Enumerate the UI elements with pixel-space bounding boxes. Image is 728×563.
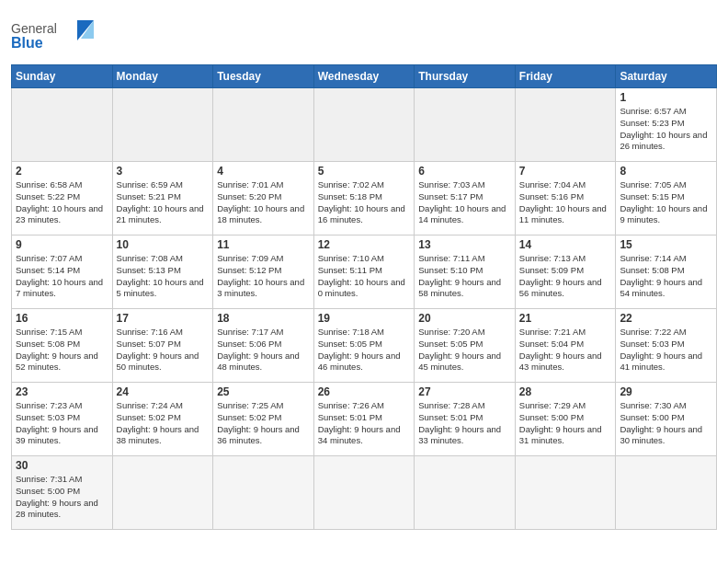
day-info: Sunrise: 7:02 AM Sunset: 5:18 PM Dayligh… — [318, 179, 411, 226]
calendar-day: 5Sunrise: 7:02 AM Sunset: 5:18 PM Daylig… — [313, 162, 415, 236]
calendar-week-2: 2Sunrise: 6:58 AM Sunset: 5:22 PM Daylig… — [12, 162, 717, 236]
day-info: Sunrise: 7:31 AM Sunset: 5:00 PM Dayligh… — [16, 474, 108, 521]
calendar-day — [112, 456, 213, 530]
weekday-header-sunday: Sunday — [12, 65, 113, 88]
calendar-day — [313, 456, 415, 530]
day-number: 23 — [16, 385, 108, 398]
weekday-header-friday: Friday — [515, 65, 616, 88]
calendar-day — [112, 88, 213, 162]
calendar-day: 12Sunrise: 7:10 AM Sunset: 5:11 PM Dayli… — [313, 236, 415, 309]
day-info: Sunrise: 7:09 AM Sunset: 5:12 PM Dayligh… — [217, 253, 310, 300]
day-info: Sunrise: 7:08 AM Sunset: 5:13 PM Dayligh… — [117, 253, 210, 300]
calendar-week-6: 30Sunrise: 7:31 AM Sunset: 5:00 PM Dayli… — [12, 456, 717, 530]
calendar-header: SundayMondayTuesdayWednesdayThursdayFrid… — [12, 65, 717, 88]
day-number: 3 — [117, 165, 210, 178]
day-info: Sunrise: 7:24 AM Sunset: 5:02 PM Dayligh… — [117, 400, 210, 447]
day-number: 16 — [16, 312, 108, 325]
day-number: 22 — [620, 312, 712, 325]
day-number: 5 — [318, 165, 411, 178]
calendar-day: 24Sunrise: 7:24 AM Sunset: 5:02 PM Dayli… — [112, 383, 213, 456]
calendar-day: 22Sunrise: 7:22 AM Sunset: 5:03 PM Dayli… — [616, 309, 717, 383]
calendar-day: 6Sunrise: 7:03 AM Sunset: 5:17 PM Daylig… — [415, 162, 516, 236]
day-number: 7 — [519, 165, 612, 178]
svg-text:General: General — [11, 21, 57, 36]
day-number: 20 — [418, 312, 511, 325]
day-number: 19 — [318, 312, 411, 325]
day-info: Sunrise: 7:21 AM Sunset: 5:04 PM Dayligh… — [519, 327, 612, 373]
day-info: Sunrise: 7:18 AM Sunset: 5:05 PM Dayligh… — [318, 327, 411, 373]
day-info: Sunrise: 7:13 AM Sunset: 5:09 PM Dayligh… — [519, 253, 612, 300]
day-info: Sunrise: 7:28 AM Sunset: 5:01 PM Dayligh… — [418, 400, 511, 447]
day-number: 18 — [217, 312, 310, 325]
day-info: Sunrise: 6:57 AM Sunset: 5:23 PM Dayligh… — [620, 106, 712, 153]
page-container: General Blue SundayMondayTuesdayWednesda… — [0, 0, 728, 537]
day-number: 12 — [318, 238, 411, 251]
calendar-body: 1Sunrise: 6:57 AM Sunset: 5:23 PM Daylig… — [12, 88, 717, 530]
calendar-week-5: 23Sunrise: 7:23 AM Sunset: 5:03 PM Dayli… — [12, 383, 717, 456]
calendar-day — [515, 88, 616, 162]
calendar-day: 21Sunrise: 7:21 AM Sunset: 5:04 PM Dayli… — [515, 309, 616, 383]
weekday-header-saturday: Saturday — [616, 65, 717, 88]
calendar-day — [415, 456, 516, 530]
calendar-day: 15Sunrise: 7:14 AM Sunset: 5:08 PM Dayli… — [616, 236, 717, 309]
day-number: 9 — [16, 238, 108, 251]
calendar-day: 29Sunrise: 7:30 AM Sunset: 5:00 PM Dayli… — [616, 383, 717, 456]
logo: General Blue — [11, 13, 103, 57]
day-number: 2 — [16, 165, 108, 178]
day-info: Sunrise: 7:30 AM Sunset: 5:00 PM Dayligh… — [620, 400, 712, 447]
day-number: 21 — [519, 312, 612, 325]
calendar-day: 19Sunrise: 7:18 AM Sunset: 5:05 PM Dayli… — [313, 309, 415, 383]
day-number: 27 — [418, 385, 511, 398]
day-info: Sunrise: 7:16 AM Sunset: 5:07 PM Dayligh… — [117, 327, 210, 373]
day-number: 14 — [519, 238, 612, 251]
day-number: 25 — [217, 385, 310, 398]
day-info: Sunrise: 7:10 AM Sunset: 5:11 PM Dayligh… — [318, 253, 411, 300]
day-number: 10 — [117, 238, 210, 251]
day-info: Sunrise: 7:03 AM Sunset: 5:17 PM Dayligh… — [418, 179, 511, 226]
day-info: Sunrise: 7:17 AM Sunset: 5:06 PM Dayligh… — [217, 327, 310, 373]
day-info: Sunrise: 7:04 AM Sunset: 5:16 PM Dayligh… — [519, 179, 612, 226]
calendar-day: 14Sunrise: 7:13 AM Sunset: 5:09 PM Dayli… — [515, 236, 616, 309]
calendar-day — [213, 456, 314, 530]
day-info: Sunrise: 7:25 AM Sunset: 5:02 PM Dayligh… — [217, 400, 310, 447]
calendar-day: 7Sunrise: 7:04 AM Sunset: 5:16 PM Daylig… — [515, 162, 616, 236]
header: General Blue — [11, 9, 717, 57]
day-info: Sunrise: 7:22 AM Sunset: 5:03 PM Dayligh… — [620, 327, 712, 373]
calendar-day — [515, 456, 616, 530]
day-number: 29 — [620, 385, 712, 398]
calendar-day: 16Sunrise: 7:15 AM Sunset: 5:08 PM Dayli… — [12, 309, 113, 383]
day-info: Sunrise: 7:07 AM Sunset: 5:14 PM Dayligh… — [16, 253, 108, 300]
day-info: Sunrise: 7:29 AM Sunset: 5:00 PM Dayligh… — [519, 400, 612, 447]
day-number: 24 — [117, 385, 210, 398]
day-info: Sunrise: 7:05 AM Sunset: 5:15 PM Dayligh… — [620, 179, 712, 226]
day-number: 4 — [217, 165, 310, 178]
day-number: 17 — [117, 312, 210, 325]
calendar-day: 17Sunrise: 7:16 AM Sunset: 5:07 PM Dayli… — [112, 309, 213, 383]
calendar-day — [415, 88, 516, 162]
calendar-day: 23Sunrise: 7:23 AM Sunset: 5:03 PM Dayli… — [12, 383, 113, 456]
calendar-day: 27Sunrise: 7:28 AM Sunset: 5:01 PM Dayli… — [415, 383, 516, 456]
calendar-day: 8Sunrise: 7:05 AM Sunset: 5:15 PM Daylig… — [616, 162, 717, 236]
day-number: 8 — [620, 165, 712, 178]
calendar-day — [313, 88, 415, 162]
calendar-day: 10Sunrise: 7:08 AM Sunset: 5:13 PM Dayli… — [112, 236, 213, 309]
weekday-header-monday: Monday — [112, 65, 213, 88]
day-number: 13 — [418, 238, 511, 251]
calendar-week-3: 9Sunrise: 7:07 AM Sunset: 5:14 PM Daylig… — [12, 236, 717, 309]
calendar-day — [616, 456, 717, 530]
day-info: Sunrise: 7:15 AM Sunset: 5:08 PM Dayligh… — [16, 327, 108, 373]
day-info: Sunrise: 7:23 AM Sunset: 5:03 PM Dayligh… — [16, 400, 108, 447]
day-number: 30 — [16, 459, 108, 472]
day-number: 15 — [620, 238, 712, 251]
weekday-header-thursday: Thursday — [415, 65, 516, 88]
day-info: Sunrise: 7:14 AM Sunset: 5:08 PM Dayligh… — [620, 253, 712, 300]
calendar-day: 20Sunrise: 7:20 AM Sunset: 5:05 PM Dayli… — [415, 309, 516, 383]
calendar-day: 11Sunrise: 7:09 AM Sunset: 5:12 PM Dayli… — [213, 236, 314, 309]
logo-text: General Blue — [11, 13, 103, 57]
svg-text:Blue: Blue — [11, 35, 43, 51]
calendar-day — [213, 88, 314, 162]
day-info: Sunrise: 7:26 AM Sunset: 5:01 PM Dayligh… — [318, 400, 411, 447]
day-number: 28 — [519, 385, 612, 398]
day-number: 1 — [620, 91, 712, 104]
calendar-day: 1Sunrise: 6:57 AM Sunset: 5:23 PM Daylig… — [616, 88, 717, 162]
